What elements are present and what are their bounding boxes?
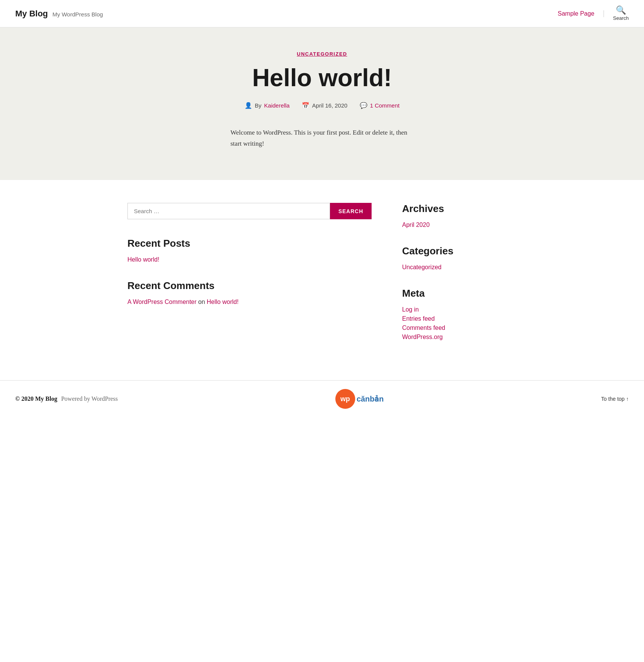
comment-post-link-0[interactable]: Hello world! <box>207 299 239 305</box>
sample-page-link[interactable]: Sample Page <box>558 10 604 17</box>
comment-icon: 💬 <box>360 102 367 109</box>
post-comments-meta: 💬 1 Comment <box>360 102 400 109</box>
recent-comments-title: Recent Comments <box>127 280 372 292</box>
comment-on-text: on <box>198 299 207 305</box>
footer-logo: wp cănbản <box>335 389 384 409</box>
right-sidebar: Archives April 2020 Categories Uncategor… <box>402 203 517 357</box>
footer-logo-area: wp cănbản <box>335 389 384 409</box>
date-icon: 📅 <box>302 102 309 109</box>
meta-wordpress-org-link[interactable]: WordPress.org <box>402 334 517 341</box>
post-meta: 👤 By Kaiderella 📅 April 16, 2020 💬 1 Com… <box>15 102 629 109</box>
site-footer: © 2020 My Blog Powered by WordPress wp c… <box>0 381 644 417</box>
wp-logo-text: wp <box>340 395 350 403</box>
categories-title: Categories <box>402 245 517 257</box>
site-footer-wrap: © 2020 My Blog Powered by WordPress wp c… <box>0 380 644 417</box>
comment-author-link-0[interactable]: A WordPress Commenter <box>127 299 196 305</box>
categories-widget: Categories Uncategorized <box>402 245 517 271</box>
recent-posts-title: Recent Posts <box>127 238 372 249</box>
archive-link-0[interactable]: April 2020 <box>402 222 517 228</box>
meta-author-prefix: By <box>255 102 262 109</box>
archives-widget: Archives April 2020 <box>402 203 517 228</box>
site-tagline: My WordPress Blog <box>53 11 103 18</box>
search-button[interactable]: SEARCH <box>330 203 372 219</box>
hero-section: UNCATEGORIZED Hello world! 👤 By Kaiderel… <box>0 27 644 180</box>
footer-copyright: © 2020 My Blog <box>15 395 57 402</box>
post-title: Hello world! <box>15 64 629 91</box>
category-link-0[interactable]: Uncategorized <box>402 264 517 271</box>
post-author-meta: 👤 By Kaiderella <box>245 102 290 109</box>
author-icon: 👤 <box>245 102 252 109</box>
canban-text: cănbản <box>357 394 384 403</box>
main-content: SEARCH Recent Posts Hello world! Recent … <box>112 180 532 380</box>
post-comments-link[interactable]: 1 Comment <box>370 102 400 109</box>
recent-posts-widget: Recent Posts Hello world! <box>127 238 372 263</box>
meta-widget: Meta Log in Entries feed Comments feed W… <box>402 288 517 341</box>
post-date: April 16, 2020 <box>312 102 348 109</box>
archives-title: Archives <box>402 203 517 215</box>
wp-logo-circle: wp <box>335 389 355 409</box>
post-author-link[interactable]: Kaiderella <box>264 102 290 109</box>
site-title: My Blog <box>15 9 48 19</box>
site-branding: My Blog My WordPress Blog <box>15 9 103 19</box>
left-sidebar: SEARCH Recent Posts Hello world! Recent … <box>127 203 402 357</box>
to-top-link[interactable]: To the top ↑ <box>601 396 629 402</box>
footer-left: © 2020 My Blog Powered by WordPress <box>15 395 118 402</box>
post-category-link[interactable]: UNCATEGORIZED <box>297 51 347 57</box>
meta-entries-feed-link[interactable]: Entries feed <box>402 315 517 322</box>
search-widget: SEARCH <box>127 203 372 219</box>
search-header-label: Search <box>613 15 629 21</box>
recent-post-link-0[interactable]: Hello world! <box>127 256 372 263</box>
meta-login-link[interactable]: Log in <box>402 306 517 313</box>
search-input[interactable] <box>127 203 330 219</box>
search-icon: 🔍 <box>616 6 626 14</box>
search-header-button[interactable]: 🔍 Search <box>613 6 629 21</box>
header-nav: Sample Page 🔍 Search <box>558 6 629 21</box>
post-date-meta: 📅 April 16, 2020 <box>302 102 348 109</box>
site-header: My Blog My WordPress Blog Sample Page 🔍 … <box>0 0 644 27</box>
post-content: Welcome to WordPress. This is your first… <box>230 127 414 149</box>
meta-comments-feed-link[interactable]: Comments feed <box>402 325 517 331</box>
footer-powered: Powered by WordPress <box>61 395 118 402</box>
meta-title: Meta <box>402 288 517 299</box>
recent-comments-widget: Recent Comments A WordPress Commenter on… <box>127 280 372 305</box>
comment-entry-0: A WordPress Commenter on Hello world! <box>127 299 372 305</box>
